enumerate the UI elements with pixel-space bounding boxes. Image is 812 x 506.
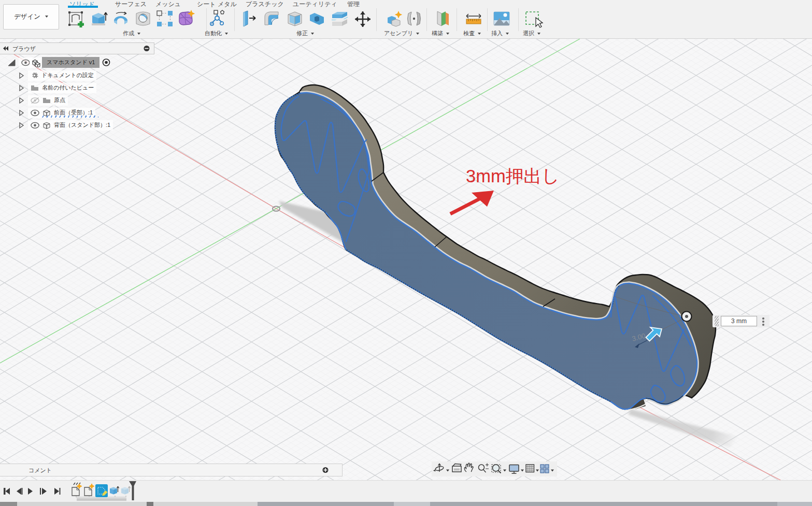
- svg-text:ブラウザ: ブラウザ: [12, 46, 36, 52]
- svg-text:コメント: コメント: [29, 467, 52, 473]
- svg-text:3mm押出し: 3mm押出し: [466, 166, 560, 186]
